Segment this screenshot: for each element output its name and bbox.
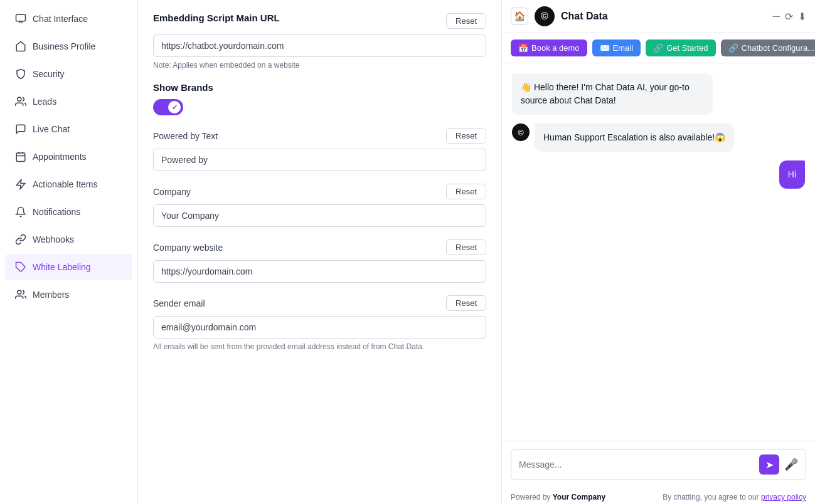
sender-email-reset-button[interactable]: Reset (446, 295, 486, 311)
chat-home-button[interactable]: 🏠 (511, 8, 528, 25)
user-bubble-1: Hi (779, 160, 805, 189)
sidebar-item-members[interactable]: Members (5, 281, 132, 308)
company-website-header: Company website Reset (153, 239, 486, 255)
show-brands-toggle-wrap (153, 99, 486, 115)
chat-mic-icon[interactable]: 🎤 (784, 458, 798, 471)
chat-send-button[interactable]: ➤ (759, 454, 779, 475)
home-icon (15, 41, 26, 52)
sidebar-item-chat-interface[interactable]: Chat Interface (5, 6, 132, 32)
show-brands-section: Show Brands (153, 82, 486, 115)
minimize-icon[interactable]: ─ (773, 11, 780, 22)
chat-powered-bar: Powered by Your Company By chatting, you… (502, 488, 815, 504)
get-started-button[interactable]: 🔗 Get Started (646, 39, 715, 56)
chat-logo: © (535, 6, 555, 26)
embedding-script-title: Embedding Script Main URL (153, 13, 280, 23)
chat-message-input[interactable] (519, 459, 754, 470)
sidebar-item-appointments[interactable]: Appointments (5, 144, 132, 170)
company-header: Company Reset (153, 184, 486, 199)
sidebar-item-actionable-items[interactable]: Actionable Items (5, 171, 132, 197)
company-section: Company Reset (153, 184, 486, 227)
chat-header-icons: ─ ⟳ ⬇ (773, 11, 806, 23)
embedding-script-section: Embedding Script Main URL Reset Note: Ap… (153, 13, 486, 70)
chat-privacy-link[interactable]: privacy policy (761, 493, 806, 501)
embedding-script-note: Note: Applies when embedded on a website (153, 61, 486, 70)
main-content: Embedding Script Main URL Reset Note: Ap… (138, 0, 501, 504)
download-icon[interactable]: ⬇ (798, 11, 806, 23)
sender-email-input[interactable] (153, 316, 486, 339)
chatbot-config-button[interactable]: 🔗 Chatbot Configura... (721, 39, 815, 56)
company-input[interactable] (153, 204, 486, 227)
company-website-label: Company website (153, 243, 223, 253)
sender-email-note: All emails will be sent from the provide… (153, 342, 486, 351)
sidebar-item-live-chat[interactable]: Live Chat (5, 116, 132, 142)
chat-panel: 🏠 © Chat Data ─ ⟳ ⬇ 📅 Book a demo ✉️ Ema… (501, 0, 815, 504)
embedding-script-input[interactable] (153, 34, 486, 57)
bot-bubble-2: Human Support Escalation is also availab… (535, 123, 734, 152)
company-website-input[interactable] (153, 260, 486, 283)
powered-by-text-section: Powered by Text Reset (153, 128, 486, 171)
company-label: Company (153, 187, 191, 197)
chat-privacy-text: By chatting, you agree to our privacy po… (663, 493, 806, 501)
zap-icon (15, 179, 26, 190)
bot-avatar: © (512, 123, 530, 141)
sidebar-item-white-labeling[interactable]: White Labeling (5, 254, 132, 280)
powered-by-text-input[interactable] (153, 149, 486, 171)
company-website-reset-button[interactable]: Reset (446, 239, 486, 255)
message-icon (15, 123, 26, 135)
chat-header: 🏠 © Chat Data ─ ⟳ ⬇ (502, 0, 815, 33)
shield-icon (15, 68, 26, 80)
company-website-section: Company website Reset (153, 239, 486, 283)
sidebar: Chat Interface Business Profile Security… (0, 0, 138, 504)
sender-email-section: Sender email Reset All emails will be se… (153, 295, 486, 351)
chat-title: Chat Data (561, 11, 767, 22)
book-demo-button[interactable]: 📅 Book a demo (511, 39, 587, 56)
tag-icon (15, 261, 26, 273)
svg-point-8 (18, 290, 21, 294)
embedding-script-header: Embedding Script Main URL Reset (153, 13, 486, 29)
toggle-knob (168, 101, 181, 113)
sidebar-item-leads[interactable]: Leads (5, 88, 132, 115)
calendar-icon (15, 151, 26, 162)
embedding-script-reset-button[interactable]: Reset (446, 13, 486, 29)
email-button[interactable]: ✉️ Email (592, 39, 641, 56)
powered-by-text-label: Powered by Text (153, 131, 218, 141)
chat-powered-text: Powered by Your Company (511, 493, 605, 501)
chat-message-1: 👋 Hello there! I'm Chat Data AI, your go… (512, 73, 805, 115)
chat-message-2: © Human Support Escalation is also avail… (512, 123, 805, 152)
users-icon (15, 96, 26, 107)
chat-input-row: ➤ 🎤 (511, 449, 806, 480)
sidebar-item-business-profile[interactable]: Business Profile (5, 33, 132, 60)
svg-rect-2 (16, 153, 25, 162)
refresh-icon[interactable]: ⟳ (785, 11, 793, 23)
chat-messages: 👋 Hello there! I'm Chat Data AI, your go… (502, 63, 815, 441)
chat-nav: 📅 Book a demo ✉️ Email 🔗 Get Started 🔗 C… (502, 33, 815, 63)
bot-bubble-1: 👋 Hello there! I'm Chat Data AI, your go… (512, 73, 713, 115)
sidebar-item-webhooks[interactable]: Webhooks (5, 226, 132, 253)
show-brands-toggle[interactable] (153, 99, 183, 115)
sidebar-item-security[interactable]: Security (5, 61, 132, 87)
chat-company-name: Your Company (553, 493, 605, 501)
sidebar-item-notifications[interactable]: Notifications (5, 199, 132, 225)
svg-point-1 (18, 97, 21, 101)
svg-rect-0 (16, 14, 26, 21)
svg-marker-6 (16, 180, 25, 189)
show-brands-title: Show Brands (153, 82, 486, 93)
sender-email-label: Sender email (153, 298, 205, 308)
team-icon (15, 289, 26, 300)
sender-email-header: Sender email Reset (153, 295, 486, 311)
bell-icon (15, 206, 26, 218)
link-icon (15, 234, 26, 245)
powered-by-text-reset-button[interactable]: Reset (446, 128, 486, 144)
powered-by-text-header: Powered by Text Reset (153, 128, 486, 144)
chat-footer: ➤ 🎤 (502, 441, 815, 488)
chat-icon (15, 13, 26, 24)
chat-message-3: Hi (512, 160, 805, 189)
company-reset-button[interactable]: Reset (446, 184, 486, 199)
